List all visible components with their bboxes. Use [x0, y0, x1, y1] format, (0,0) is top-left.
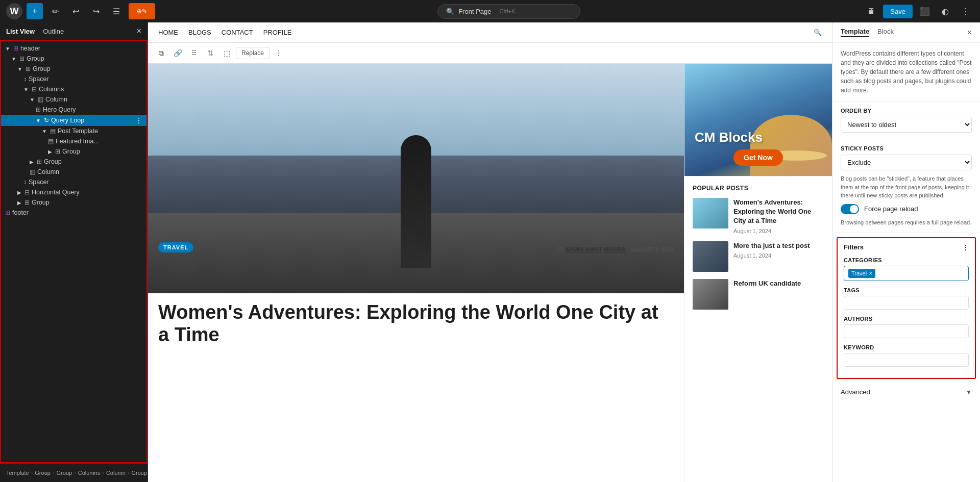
tree-item-group5[interactable]: ▶ ⊞ Group — [1, 197, 146, 208]
edit-button[interactable]: ✏ — [47, 3, 63, 19]
add-block-button[interactable]: + — [27, 3, 43, 19]
tree-item-columns[interactable]: ▼ ⊟ Columns — [1, 84, 146, 94]
canvas-search-icon[interactable]: 🔍 — [814, 29, 822, 36]
collapse-icon: ▼ — [42, 129, 47, 134]
sticky-posts-select[interactable]: Exclude Include Only — [841, 155, 972, 170]
undo-button[interactable]: ↩ — [67, 3, 84, 19]
tree-item-header[interactable]: ▼ ⊞ header — [1, 43, 146, 54]
save-button[interactable]: Save — [883, 5, 913, 18]
align-tool-button[interactable]: ⬚ — [219, 46, 234, 60]
tag-remove-icon[interactable]: × — [869, 270, 872, 277]
authors-input[interactable] — [844, 324, 969, 338]
tree-item-horizontal-query[interactable]: ▶ ⊟ Horizontal Query — [1, 187, 146, 197]
tree-item-column2[interactable]: ▥ Column — [1, 167, 146, 177]
tags-text-input[interactable] — [848, 299, 964, 307]
list-view-button[interactable]: ☰ — [108, 3, 125, 19]
advanced-section[interactable]: Advanced ▼ — [832, 383, 980, 401]
breadcrumb-item[interactable]: Group — [35, 470, 51, 476]
wp-logo-icon[interactable]: W — [6, 3, 22, 19]
redo-button[interactable]: ↪ — [88, 3, 104, 19]
move-tool-button[interactable]: ⠿ — [187, 46, 201, 60]
page-search-bar[interactable]: 🔍 Front Page Ctrl+K — [437, 4, 580, 19]
breadcrumb-item[interactable]: Group — [131, 470, 147, 476]
nav-blogs[interactable]: BLOGS — [188, 29, 211, 36]
tree-view: ▼ ⊞ header ▼ ⊞ Group ▼ ⊞ Group ↕ Spacer — [0, 40, 148, 463]
collapse-icon: ▼ — [30, 97, 35, 103]
panel-tabs: List View Outline — [6, 28, 64, 35]
copy-tool-button[interactable]: ⧉ — [154, 46, 168, 60]
tags-input[interactable] — [844, 296, 969, 310]
more-tool-button[interactable]: ⋮ — [272, 46, 286, 60]
nav-contact[interactable]: CONTACT — [222, 29, 253, 36]
keyword-input[interactable] — [844, 353, 969, 367]
panel-close-button[interactable]: × — [137, 27, 141, 36]
popular-post-2[interactable]: More tha just a test post August 1, 2024 — [693, 241, 824, 272]
authors-field: AUTHORS — [844, 316, 969, 338]
tree-item-label: Spacer — [29, 179, 49, 186]
tablet-view-button[interactable]: ⬛ — [917, 3, 933, 19]
breadcrumb-item[interactable]: Column — [106, 470, 126, 476]
tree-item-featured-image[interactable]: ▤ Featured Ima... — [1, 136, 146, 146]
featured-image-icon: ▤ — [48, 138, 54, 145]
tree-item-spacer1[interactable]: ↕ Spacer — [1, 74, 146, 84]
more-options-button[interactable]: ⋮ — [958, 3, 974, 19]
categories-input[interactable]: Travel × — [844, 266, 969, 281]
column-icon2: ▥ — [30, 168, 35, 175]
keyword-text-input[interactable] — [848, 356, 964, 364]
tree-item-group3[interactable]: ▶ ⊞ Group — [1, 146, 146, 157]
tree-item-hero-query[interactable]: ⊞ Hero Query — [1, 105, 146, 115]
tree-item-group2[interactable]: ▼ ⊞ Group — [1, 64, 146, 74]
tree-item-spacer2[interactable]: ↕ Spacer — [1, 177, 146, 187]
tree-item-group1[interactable]: ▼ ⊞ Group — [1, 54, 146, 64]
filters-more-icon[interactable]: ⋮ — [962, 243, 969, 251]
post-title: Women's Adventures: Exploring the World … — [158, 301, 674, 346]
orange-action-button[interactable]: ⊕✎ — [129, 3, 155, 19]
tab-template[interactable]: Template — [841, 28, 869, 37]
spacer-icon: ↕ — [23, 75, 27, 83]
categories-text-input[interactable] — [878, 270, 964, 277]
tree-item-post-template[interactable]: ▼ ▤ Post Template — [1, 126, 146, 136]
post-meta: BY ADMIN ANKIT MISHRA AUGUST 1, 2024 — [556, 246, 674, 252]
right-panel-close-button[interactable]: × — [967, 28, 972, 37]
breadcrumb-item[interactable]: Group — [57, 470, 72, 476]
authors-text-input[interactable] — [848, 327, 964, 335]
popular-post-3[interactable]: Reform UK candidate — [693, 279, 824, 310]
popular-post-date: August 1, 2024 — [733, 252, 810, 259]
tags-field: TAGS — [844, 287, 969, 310]
tab-outline[interactable]: Outline — [43, 28, 64, 35]
tree-item-more-icon[interactable]: ⋮ — [135, 116, 142, 124]
tree-item-group4[interactable]: ▶ ⊞ Group — [1, 157, 146, 167]
tree-item-label: Spacer — [29, 75, 49, 83]
sidebar-ad-block: CM Blocks Get Now — [684, 64, 832, 176]
desktop-view-button[interactable]: 🖥 — [863, 3, 879, 19]
cm-blocks-title: CM Blocks — [695, 130, 763, 145]
group-icon2: ⊞ — [37, 158, 42, 165]
group-icon: ⊞ — [55, 148, 60, 155]
tree-item-query-loop[interactable]: ▼ ↻ Query Loop ⋮ — [1, 115, 146, 126]
get-now-button[interactable]: Get Now — [733, 149, 783, 166]
order-by-select[interactable]: Newest to oldest Oldest to newest Alphab… — [841, 117, 972, 133]
travel-category-tag[interactable]: TRAVEL — [158, 242, 193, 252]
main-post-area: TRAVEL BY ADMIN ANKIT MISHRA AUGUST 1, 2… — [148, 64, 684, 482]
preview-button[interactable]: ◐ — [937, 3, 953, 19]
tree-item-label: Group — [27, 55, 44, 62]
force-reload-toggle[interactable] — [841, 204, 859, 214]
tab-list-view[interactable]: List View — [6, 28, 35, 35]
arrows-tool-button[interactable]: ⇅ — [203, 46, 217, 60]
filters-title: Filters — [844, 243, 864, 251]
tab-block[interactable]: Block — [877, 28, 894, 37]
tree-item-column1[interactable]: ▼ ▥ Column — [1, 94, 146, 105]
canvas-nav: HOME BLOGS CONTACT PROFILE 🔍 — [148, 22, 832, 43]
post-author-link[interactable]: ADMIN ANKIT MISHRA — [565, 246, 626, 252]
replace-button[interactable]: Replace — [236, 47, 270, 59]
nav-home[interactable]: HOME — [158, 29, 178, 36]
popular-post-1[interactable]: Women's Adventures: Exploring the World … — [693, 198, 824, 234]
hero-query-icon: ⊞ — [36, 106, 41, 113]
travel-tag-chip[interactable]: Travel × — [848, 269, 875, 278]
breadcrumb-item[interactable]: Template — [6, 470, 29, 476]
popular-post-date: August 1, 2024 — [733, 228, 824, 234]
breadcrumb-item[interactable]: Columns — [78, 470, 100, 476]
tree-item-footer[interactable]: ⊞ footer — [1, 208, 146, 218]
nav-profile[interactable]: PROFILE — [263, 29, 292, 36]
link-tool-button[interactable]: 🔗 — [170, 46, 185, 60]
